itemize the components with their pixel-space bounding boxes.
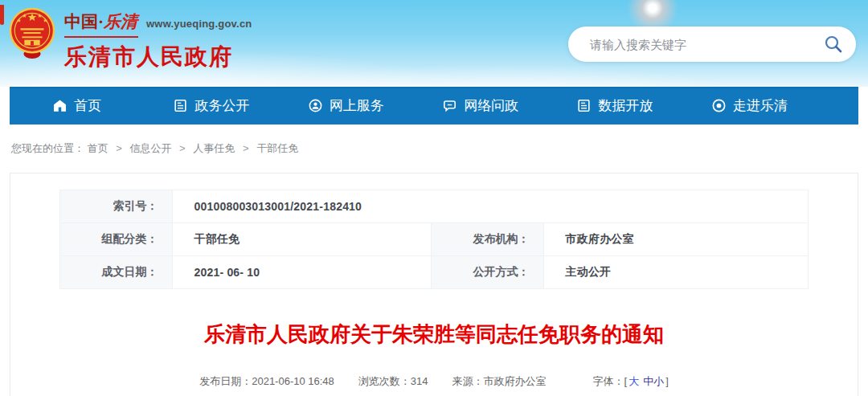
compass-icon (711, 98, 727, 113)
nav-item-label: 网络问政 (464, 96, 518, 115)
nav-item-label: 数据开放 (598, 96, 653, 115)
nav-item-home[interactable]: 首页 (10, 87, 144, 125)
chat-icon (442, 98, 457, 113)
document-info-table: 索引号： 001008003013001/2021-182410 组配分类： 干… (59, 190, 808, 289)
category-label: 组配分类： (60, 223, 173, 256)
table-row: 索引号： 001008003013001/2021-182410 (60, 190, 808, 223)
brand-text: 中国·乐清 www.yueqing.gov.cn 乐清市人民政府 (64, 10, 252, 72)
breadcrumb-item-home[interactable]: 首页 (88, 142, 108, 154)
date-label: 成文日期： (60, 256, 173, 289)
breadcrumb-item-cadre[interactable]: 干部任免 (256, 142, 298, 154)
nav-item-gov-info[interactable]: 政务公开 (144, 87, 278, 125)
breadcrumb-prefix: 您现在的位置： (11, 142, 84, 154)
flag-decoration (0, 5, 4, 25)
site-title: 乐清市人民政府 (64, 42, 252, 72)
brand-divider (64, 36, 138, 38)
date-value: 2021- 06- 10 (173, 256, 432, 289)
search-icon (824, 35, 843, 54)
category-value: 干部任免 (173, 223, 432, 256)
brand-small-title: 中国·乐清 (64, 10, 137, 33)
method-label: 公开方式： (432, 256, 544, 289)
table-row: 成文日期： 2021- 06- 10 公开方式： 主动公开 (60, 256, 808, 289)
font-size-control: 字体：[大中小] (593, 374, 669, 389)
agency-label: 发布机构： (432, 223, 544, 256)
breadcrumb-separator: > (116, 142, 122, 154)
breadcrumb-separator: > (179, 142, 186, 154)
online-service-icon (308, 98, 323, 113)
site-url: www.yueqing.gov.cn (146, 18, 252, 30)
index-number-label: 索引号： (60, 190, 173, 223)
breadcrumb: 您现在的位置： 首页 > 信息公开 > 人事任免 > 干部任免 (0, 125, 868, 173)
nav-item-about-yueqing[interactable]: 走进乐清 (682, 87, 817, 125)
data-icon (576, 98, 592, 113)
nav-item-label: 首页 (74, 96, 101, 115)
site-header: 中国·乐清 www.yueqing.gov.cn 乐清市人民政府 (0, 0, 868, 87)
national-emblem (9, 5, 55, 61)
content-card: 索引号： 001008003013001/2021-182410 组配分类： 干… (10, 173, 858, 396)
search-input[interactable] (590, 38, 824, 51)
font-size-small[interactable]: 小 (653, 375, 664, 387)
index-number-value: 001008003013001/2021-182410 (173, 190, 808, 223)
nav-item-label: 网上服务 (330, 96, 384, 115)
view-count: 浏览次数：314 (358, 374, 428, 389)
agency-value: 市政府办公室 (544, 223, 808, 256)
breadcrumb-item-personnel[interactable]: 人事任免 (193, 142, 235, 154)
nav-item-online-service[interactable]: 网上服务 (279, 87, 413, 125)
source: 来源：市政府办公室 (452, 374, 547, 389)
publish-date: 发布日期：2021-06-10 16:48 (199, 374, 334, 389)
document-title: 乐清市人民政府关于朱荣胜等同志任免职务的通知 (10, 321, 858, 347)
method-value: 主动公开 (544, 256, 808, 289)
nav-item-label: 政务公开 (194, 96, 249, 115)
nav-item-open-data[interactable]: 数据开放 (547, 87, 682, 125)
document-meta: 发布日期：2021-06-10 16:48 浏览次数：314 来源：市政府办公室… (10, 374, 858, 389)
home-icon (52, 98, 68, 113)
search-box (568, 27, 856, 62)
table-row: 组配分类： 干部任免 发布机构： 市政府办公室 (60, 223, 808, 256)
document-icon (173, 98, 188, 113)
font-size-large[interactable]: 大 (628, 375, 639, 387)
search-button[interactable] (824, 35, 843, 54)
nav-item-label: 走进乐清 (733, 96, 788, 115)
breadcrumb-item-info-disclosure[interactable]: 信息公开 (129, 142, 171, 154)
font-size-medium[interactable]: 中 (643, 375, 653, 387)
main-nav: 首页 政务公开 网上服务 网络问政 (10, 87, 858, 125)
nav-item-net-politics[interactable]: 网络问政 (413, 87, 547, 125)
breadcrumb-separator: > (243, 142, 249, 154)
